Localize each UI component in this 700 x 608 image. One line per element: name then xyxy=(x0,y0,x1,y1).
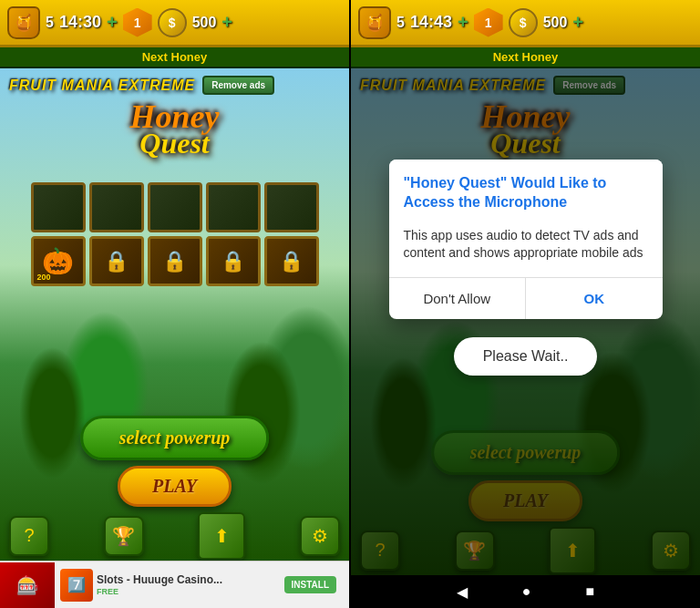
trophy-button-left[interactable]: 🏆 xyxy=(104,516,144,556)
timer-right: 14:43 xyxy=(410,13,452,32)
next-honey-bar-left: Next Honey xyxy=(0,47,349,68)
ok-button[interactable]: OK xyxy=(525,278,663,319)
powerup-cell-5[interactable] xyxy=(264,182,319,232)
dialog-overlay: "Honey Quest" Would Like to Access the M… xyxy=(351,68,700,575)
rank-icon: ⬆ xyxy=(214,525,230,547)
honey-count-left: 5 xyxy=(46,15,54,31)
ad-title: Slots - Huuuge Casino... xyxy=(97,573,281,586)
ad-banner-left: 🎰 7️⃣ Slots - Huuuge Casino... FREE INST… xyxy=(0,561,349,608)
powerup-grid-left: 🎃 200 🔒 🔒 🔒 🔒 xyxy=(31,182,319,286)
add-coins-button-left[interactable]: + xyxy=(221,12,232,33)
remove-ads-button-left[interactable]: Remove ads xyxy=(202,76,274,95)
lock-icon-3: 🔒 xyxy=(221,250,245,273)
hud-bar-right: 🍯 5 14:43 + 1 $ 500 + xyxy=(351,0,700,47)
dialog-title: "Honey Quest" Would Like to Access the M… xyxy=(389,160,663,220)
add-time-button-right[interactable]: + xyxy=(458,12,468,33)
powerup-cell-3[interactable] xyxy=(148,182,202,232)
powerup-cell-lock-3[interactable]: 🔒 xyxy=(206,236,261,286)
logo-quest-left: Quest xyxy=(139,129,209,158)
right-phone-panel: 🍯 5 14:43 + 1 $ 500 + Next Honey FRUIT M… xyxy=(351,0,700,608)
select-powerup-button-left[interactable]: select powerup xyxy=(80,416,270,460)
left-phone-panel: 🍯 5 14:30 + 1 $ 500 + Next Honey FRUIT M… xyxy=(0,0,349,608)
level-hex-left: 1 xyxy=(123,8,152,37)
android-home-button[interactable]: ● xyxy=(522,583,531,600)
powerup-cell-pumpkin[interactable]: 🎃 200 xyxy=(31,236,86,286)
settings-button-left[interactable]: ⚙ xyxy=(300,516,340,556)
coin-count-right: 500 xyxy=(543,15,568,31)
powerup-cell-lock-4[interactable]: 🔒 xyxy=(264,236,319,286)
add-time-button-left[interactable]: + xyxy=(107,12,118,33)
game-background-right: FRUIT MANIA EXTREME Remove ads Honey Que… xyxy=(351,68,700,575)
coin-icon-left: $ xyxy=(158,8,187,37)
please-wait-button[interactable]: Please Wait.. xyxy=(454,337,598,376)
honey-count-right: 5 xyxy=(396,15,405,31)
android-nav-bar: ◀ ● ■ xyxy=(351,575,700,608)
powerup-cell-2[interactable] xyxy=(89,182,144,232)
question-button-left[interactable]: ? xyxy=(9,516,49,556)
lock-icon-2: 🔒 xyxy=(162,250,187,273)
powerup-cell-lock-1[interactable]: 🔒 xyxy=(89,236,144,286)
ad-image-left: 🎰 xyxy=(0,562,55,608)
coin-count-left: 500 xyxy=(192,15,217,31)
ad-slot-icon-1: 7️⃣ xyxy=(60,569,93,602)
android-back-button[interactable]: ◀ xyxy=(457,583,468,601)
ad-text-area: Slots - Huuuge Casino... FREE xyxy=(97,573,281,596)
play-button-left[interactable]: PLAY xyxy=(118,466,232,507)
trophy-icon: 🏆 xyxy=(112,525,135,547)
dialog-body: This app uses audio to detect TV ads and… xyxy=(389,220,663,277)
gear-icon: ⚙ xyxy=(312,525,328,547)
dont-allow-button[interactable]: Don't Allow xyxy=(389,278,526,319)
lock-icon-1: 🔒 xyxy=(104,250,129,273)
coin-icon-right: $ xyxy=(509,8,538,37)
timer-left: 14:30 xyxy=(59,13,101,32)
add-coins-button-right[interactable]: + xyxy=(572,12,583,33)
powerup-cell-1[interactable] xyxy=(31,182,86,232)
pumpkin-count: 200 xyxy=(37,273,51,282)
hud-bar-left: 🍯 5 14:30 + 1 $ 500 + xyxy=(0,0,349,47)
question-icon: ? xyxy=(24,525,34,546)
permission-dialog: "Honey Quest" Would Like to Access the M… xyxy=(389,160,663,319)
lock-icon-4: 🔒 xyxy=(279,250,304,273)
bottom-nav-left: ? 🏆 ⬆ ⚙ xyxy=(0,510,349,561)
play-button-area-left: PLAY xyxy=(120,466,230,506)
rank-button-left[interactable]: ⬆ xyxy=(198,512,245,560)
fruit-mania-title-left: FRUIT MANIA EXTREME Remove ads xyxy=(9,76,294,95)
powerup-cell-lock-2[interactable]: 🔒 xyxy=(148,236,202,286)
level-hex-right: 1 xyxy=(474,8,503,37)
honey-jar-icon-right: 🍯 xyxy=(358,6,391,39)
android-recent-button[interactable]: ■ xyxy=(586,583,595,600)
dialog-buttons: Don't Allow OK xyxy=(389,277,663,319)
ad-slots-area: 7️⃣ Slots - Huuuge Casino... FREE INSTAL… xyxy=(55,569,349,602)
next-honey-bar-right: Next Honey xyxy=(351,47,700,68)
honey-quest-logo-left: Honey Quest xyxy=(93,100,257,173)
ad-install-button[interactable]: INSTALL xyxy=(284,576,336,593)
ad-free-label: FREE xyxy=(97,586,281,596)
powerup-cell-4[interactable] xyxy=(206,182,261,232)
game-background-left: FRUIT MANIA EXTREME Remove ads Honey Que… xyxy=(0,68,349,561)
honey-jar-icon: 🍯 xyxy=(7,6,40,39)
fruit-mania-text-left: FRUIT MANIA EXTREME xyxy=(9,77,195,94)
